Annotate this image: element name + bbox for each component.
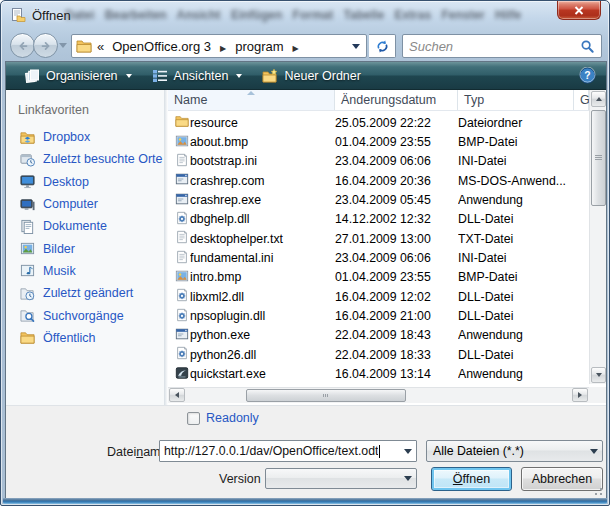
computer-icon: [20, 197, 35, 212]
new-folder-icon: [262, 68, 278, 84]
sidebar-item-pictures[interactable]: Bilder: [6, 237, 164, 259]
horizontal-scroll-thumb[interactable]: [246, 389, 406, 402]
search-placeholder: Suchen: [409, 39, 580, 54]
text-cursor: [379, 445, 380, 458]
sidebar-item-computer[interactable]: Computer: [6, 193, 164, 215]
sort-ascending-icon: [247, 91, 255, 95]
column-header-date[interactable]: Änderungsdatum: [335, 90, 458, 110]
help-button[interactable]: ?: [579, 67, 596, 84]
filename-dropdown-button[interactable]: [399, 441, 416, 461]
address-dropdown-button[interactable]: [346, 44, 366, 49]
table-row[interactable]: bootstrap.ini23.04.2009 06:06INI-Datei: [168, 152, 589, 171]
scroll-right-button[interactable]: [572, 388, 588, 402]
table-row[interactable]: intro.bmp01.04.2009 23:55BMP-Datei: [168, 268, 589, 287]
file-icon-cell: [168, 153, 190, 170]
breadcrumb-segment[interactable]: OpenOffice.org 3: [110, 39, 213, 54]
breadcrumb-arrow-icon[interactable]: ▶: [286, 44, 306, 53]
file-icon-cell: [168, 288, 190, 305]
sidebar-item-recent-places[interactable]: Zuletzt besuchte Orte: [6, 148, 164, 170]
file-rows: resource25.05.2009 22:22Dateiordnerabout…: [168, 113, 589, 384]
filename-value: http://127.0.0.1/dav/OpenOffice/text.odt: [164, 444, 378, 458]
resize-grip[interactable]: [591, 484, 603, 496]
dialog-client-area: OrganisierenAnsichtenNeuer Ordner ? Link…: [5, 61, 607, 500]
filename-input[interactable]: http://127.0.0.1/dav/OpenOffice/text.odt: [159, 440, 417, 462]
views-icon: [152, 68, 168, 84]
forward-button[interactable]: [33, 33, 58, 58]
sidebar-item-label: Desktop: [43, 175, 89, 189]
scrollbar-corner: [589, 387, 606, 403]
toolbar-new-folder-button[interactable]: Neuer Ordner: [254, 65, 368, 87]
horizontal-scrollbar[interactable]: [168, 387, 589, 403]
dll-icon: [175, 346, 189, 363]
table-row[interactable]: python.exe22.04.2009 18:43Anwendung: [168, 326, 589, 345]
file-date: 27.01.2009 13:00: [335, 232, 458, 246]
toolbar-organize-button[interactable]: Organisieren: [16, 65, 140, 87]
breadcrumb: OpenOffice.org 3▶program▶: [110, 39, 306, 54]
close-button[interactable]: [557, 1, 601, 20]
column-header-type[interactable]: Typ: [458, 90, 574, 110]
sidebar-item-searches[interactable]: Suchvorgänge: [6, 304, 164, 326]
table-row[interactable]: fundamental.ini23.04.2009 06:06INI-Datei: [168, 248, 589, 267]
sidebar-item-music[interactable]: Musik: [6, 260, 164, 282]
toolbar-views-button[interactable]: Ansichten: [144, 65, 251, 87]
table-row[interactable]: libxml2.dll16.04.2009 12:02DLL-Datei: [168, 287, 589, 306]
breadcrumb-arrow-icon[interactable]: ▶: [213, 44, 233, 53]
file-name: fundamental.ini: [190, 251, 335, 265]
breadcrumb-segment[interactable]: program: [233, 39, 285, 54]
sidebar-item-documents[interactable]: Dokumente: [6, 215, 164, 237]
address-bar[interactable]: « OpenOffice.org 3▶program▶: [71, 34, 367, 58]
scroll-left-button[interactable]: [169, 388, 185, 402]
sidebar-item-desktop[interactable]: Desktop: [6, 171, 164, 193]
table-row[interactable]: python26.dll22.04.2009 18:33DLL-Datei: [168, 345, 589, 364]
filetype-select[interactable]: Alle Dateien (*.*): [426, 440, 603, 462]
filetype-dropdown-button[interactable]: [585, 441, 602, 461]
table-row[interactable]: npsoplugin.dll16.04.2009 21:00DLL-Datei: [168, 306, 589, 325]
file-name: crashrep.com: [190, 174, 335, 188]
sidebar-item-label: Bilder: [43, 242, 75, 256]
file-name: npsoplugin.dll: [190, 309, 335, 323]
file-name: dbghelp.dll: [190, 212, 335, 226]
open-label-post: ffnen: [463, 472, 491, 486]
refresh-button[interactable]: [369, 34, 396, 58]
search-input[interactable]: Suchen: [402, 34, 602, 58]
sidebar-item-recently-changed[interactable]: Zuletzt geändert: [6, 282, 164, 304]
address-folder-icon: [76, 39, 92, 53]
table-row[interactable]: dbghelp.dll14.12.2002 12:32DLL-Datei: [168, 210, 589, 229]
file-list: NameÄnderungsdatumTypG resource25.05.200…: [168, 90, 606, 405]
column-header-size[interactable]: G: [574, 90, 589, 110]
file-date: 23.04.2009 06:06: [335, 251, 458, 265]
file-name: python.exe: [190, 328, 335, 342]
favorites-header: Linkfavoriten: [18, 103, 89, 117]
file-name: libxml2.dll: [190, 290, 335, 304]
file-date: 23.04.2009 06:06: [335, 154, 458, 168]
table-row[interactable]: quickstart.exe16.04.2009 13:14Anwendung: [168, 364, 589, 383]
file-type: INI-Datei: [458, 154, 574, 168]
scroll-down-button[interactable]: [591, 367, 606, 383]
version-select[interactable]: [265, 468, 417, 489]
readonly-label[interactable]: Readonly: [206, 411, 259, 425]
readonly-checkbox[interactable]: [187, 412, 200, 425]
back-button[interactable]: [10, 33, 35, 58]
vertical-scrollbar[interactable]: [589, 90, 606, 384]
table-row[interactable]: desktophelper.txt27.01.2009 13:00TXT-Dat…: [168, 229, 589, 248]
breadcrumb-overflow[interactable]: «: [97, 39, 104, 54]
background-window-menus: Datei Bearbeiten Ansicht Einfügen Format…: [65, 8, 535, 22]
file-icon-cell: [168, 114, 190, 131]
table-row[interactable]: about.bmp01.04.2009 23:55BMP-Datei: [168, 132, 589, 151]
arrow-down-icon: [596, 373, 602, 377]
file-type: Anwendung: [458, 328, 574, 342]
table-row[interactable]: resource25.05.2009 22:22Dateiordner: [168, 113, 589, 132]
music-icon: [20, 263, 35, 278]
vertical-scroll-thumb[interactable]: [591, 110, 606, 206]
file-type: BMP-Datei: [458, 270, 574, 284]
sidebar-item-public-folder[interactable]: Öffentlich: [6, 327, 164, 349]
table-row[interactable]: crashrep.exe23.04.2009 05:45Anwendung: [168, 190, 589, 209]
table-row[interactable]: crashrep.com16.04.2009 20:36MS-DOS-Anwen…: [168, 171, 589, 190]
recent-pages-chevron-icon[interactable]: [59, 43, 67, 48]
sidebar-item-dropbox[interactable]: Dropbox: [6, 126, 164, 148]
open-button[interactable]: Öffnen: [431, 467, 512, 491]
scroll-up-button[interactable]: [591, 91, 606, 107]
version-dropdown-button[interactable]: [399, 469, 416, 488]
title-bar[interactable]: Öffnen Datei Bearbeiten Ansicht Einfügen…: [1, 1, 609, 30]
column-header-name[interactable]: Name: [168, 90, 335, 110]
